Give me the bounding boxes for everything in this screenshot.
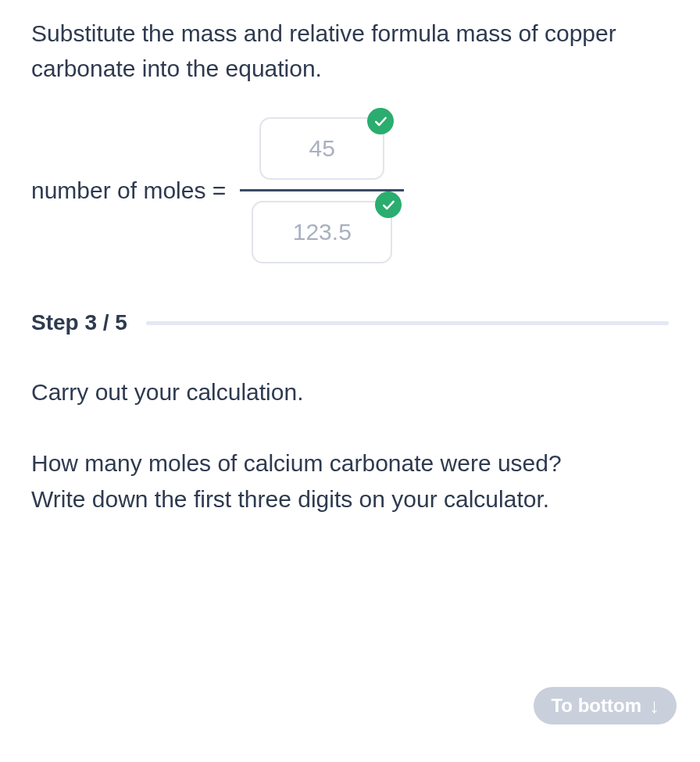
lesson-content: Substitute the mass and relative formula… xyxy=(0,0,700,518)
fraction-bar xyxy=(240,189,404,191)
check-icon xyxy=(375,191,402,218)
step3-line1: Carry out your calculation. xyxy=(31,374,669,411)
step3-body: Carry out your calculation. How many mol… xyxy=(31,374,669,518)
arrow-down-icon: ↓ xyxy=(649,696,659,716)
fraction xyxy=(240,117,404,263)
step-header: Step 3 / 5 xyxy=(31,310,669,335)
step3-line3: Write down the first three digits on you… xyxy=(31,486,549,512)
denominator-wrap xyxy=(252,201,392,263)
step-divider xyxy=(146,321,669,325)
to-bottom-button[interactable]: To bottom ↓ xyxy=(534,687,677,724)
denominator-input[interactable] xyxy=(252,201,392,263)
step3-question: How many moles of calcium carbonate were… xyxy=(31,445,669,518)
numerator-wrap xyxy=(259,117,384,180)
check-icon xyxy=(367,108,394,134)
numerator-input[interactable] xyxy=(259,117,384,180)
step3-line2: How many moles of calcium carbonate were… xyxy=(31,450,562,476)
equation-row: number of moles = xyxy=(31,117,669,263)
step2-instruction: Substitute the mass and relative formula… xyxy=(31,16,669,86)
to-bottom-label: To bottom xyxy=(551,695,641,717)
equation-label: number of moles = xyxy=(31,177,226,204)
step-label: Step 3 / 5 xyxy=(31,310,127,335)
